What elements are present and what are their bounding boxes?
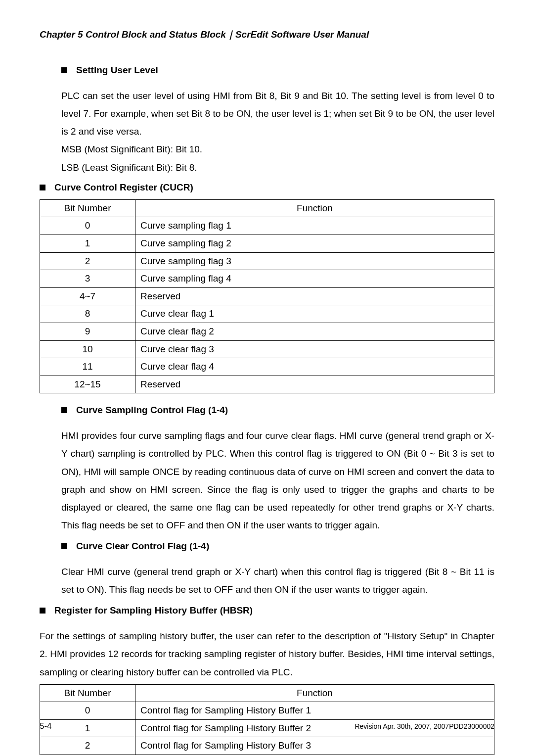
table-row: 10Curve clear flag 3	[40, 340, 494, 358]
table-row: 11Curve clear flag 4	[40, 358, 494, 376]
cell-bit: 1	[40, 235, 135, 252]
cell-bit: 2	[40, 252, 135, 270]
cell-bit: 10	[40, 340, 135, 358]
cell-func: Curve sampling flag 3	[135, 252, 494, 270]
col-func-header: Function	[135, 684, 494, 702]
square-bullet-icon	[40, 185, 45, 190]
page-number: 5-4	[40, 718, 52, 734]
table-row: 0Control flag for Sampling History Buffe…	[40, 702, 494, 720]
paragraph: LSB (Least Significant Bit): Bit 8.	[61, 159, 494, 177]
cell-func: Curve sampling flag 2	[135, 235, 494, 252]
square-bullet-icon	[61, 407, 67, 413]
table-header-row: Bit Number Function	[40, 199, 494, 217]
table-row: 2Curve sampling flag 3	[40, 252, 494, 270]
col-func-header: Function	[135, 199, 494, 217]
cell-func: Curve clear flag 4	[135, 358, 494, 376]
cell-func: Control flag for Sampling History Buffer…	[135, 702, 494, 720]
heading-curve-sampling: Curve Sampling Control Flag (1-4)	[61, 401, 494, 419]
cell-func: Curve clear flag 2	[135, 323, 494, 340]
square-bullet-icon	[61, 543, 67, 549]
square-bullet-icon	[40, 608, 45, 614]
square-bullet-icon	[61, 67, 67, 73]
table-row: 9Curve clear flag 2	[40, 323, 494, 340]
cell-func: Curve clear flag 3	[135, 340, 494, 358]
cell-bit: 12~15	[40, 376, 135, 393]
paragraph: MSB (Most Significant Bit): Bit 10.	[61, 141, 494, 158]
heading-label: Register for Sampling History Buffer (HB…	[54, 602, 253, 619]
heading-label: Curve Control Register (CUCR)	[54, 179, 193, 196]
paragraph: Clear HMI curve (general trend graph or …	[61, 563, 494, 599]
col-bit-header: Bit Number	[40, 684, 135, 702]
cell-func: Curve sampling flag 4	[135, 270, 494, 288]
table-row: 3Curve sampling flag 4	[40, 270, 494, 288]
cell-bit: 3	[40, 270, 135, 288]
table-row: 4~7Reserved	[40, 287, 494, 305]
heading-curve-clear: Curve Clear Control Flag (1-4)	[61, 537, 494, 555]
table-row: 0Curve sampling flag 1	[40, 217, 494, 235]
paragraph: HMI provides four curve sampling flags a…	[61, 427, 494, 534]
cucr-table: Bit Number Function 0Curve sampling flag…	[40, 199, 494, 394]
heading-setting-user-level: Setting User Level	[61, 61, 494, 79]
table-row: 8Curve clear flag 1	[40, 305, 494, 323]
revision-text: Revision Apr. 30th, 2007, 2007PDD2300000…	[355, 720, 494, 733]
cell-func: Control flag for Sampling History Buffer…	[135, 737, 494, 755]
table-header-row: Bit Number Function	[40, 684, 494, 702]
cell-bit: 11	[40, 358, 135, 376]
heading-label: Setting User Level	[76, 61, 158, 79]
heading-label: Curve Sampling Control Flag (1-4)	[76, 401, 228, 419]
table-row: 12~15Reserved	[40, 376, 494, 393]
paragraph: PLC can set the user level of using HMI …	[61, 87, 494, 141]
cell-func: Curve clear flag 1	[135, 305, 494, 323]
table-row: 2Control flag for Sampling History Buffe…	[40, 737, 494, 755]
heading-label: Curve Clear Control Flag (1-4)	[76, 537, 209, 555]
cell-bit: 8	[40, 305, 135, 323]
table-row: 1Curve sampling flag 2	[40, 235, 494, 252]
heading-hbsr: Register for Sampling History Buffer (HB…	[40, 602, 494, 619]
page-footer: 5-4 Revision Apr. 30th, 2007, 2007PDD230…	[40, 718, 494, 734]
cell-bit: 0	[40, 702, 135, 720]
cell-func: Curve sampling flag 1	[135, 217, 494, 235]
running-head: Chapter 5 Control Block and Status Block…	[40, 26, 494, 44]
cell-bit: 2	[40, 737, 135, 755]
heading-cucr: Curve Control Register (CUCR)	[40, 179, 494, 196]
cell-func: Reserved	[135, 287, 494, 305]
paragraph: For the settings of sampling history buf…	[40, 627, 494, 681]
cell-bit: 9	[40, 323, 135, 340]
cell-bit: 0	[40, 217, 135, 235]
cell-bit: 4~7	[40, 287, 135, 305]
col-bit-header: Bit Number	[40, 199, 135, 217]
cell-func: Reserved	[135, 376, 494, 393]
